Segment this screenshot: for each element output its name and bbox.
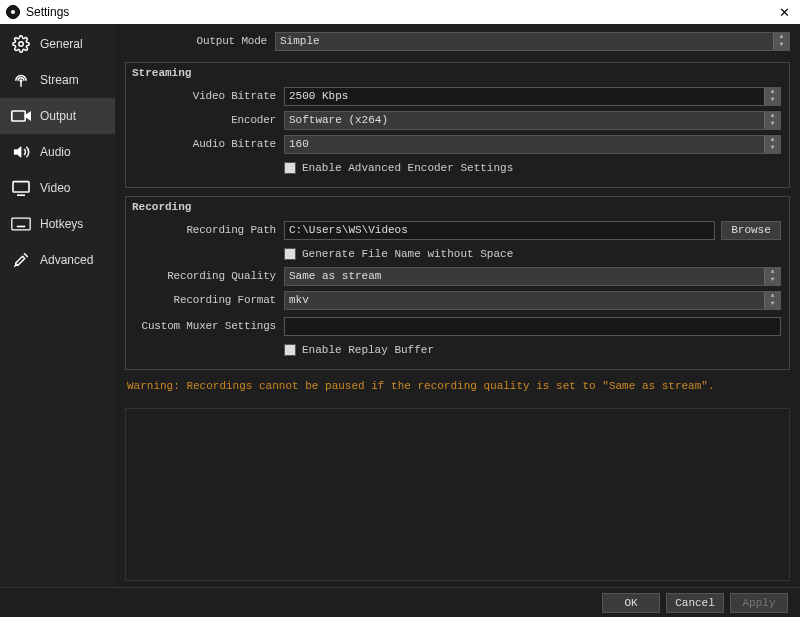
ok-button[interactable]: OK <box>602 593 660 613</box>
recording-quality-label: Recording Quality <box>134 270 284 282</box>
custom-muxer-label: Custom Muxer Settings <box>134 320 284 332</box>
browse-button[interactable]: Browse <box>721 221 781 240</box>
titlebar: Settings ✕ <box>0 0 800 24</box>
footer: OK Cancel Apply <box>0 587 800 617</box>
chevron-updown-icon: ▲▼ <box>764 292 780 309</box>
filename-nospace-checkbox[interactable] <box>284 248 296 260</box>
sidebar-item-label: Output <box>40 109 76 123</box>
advanced-encoder-checkbox[interactable] <box>284 162 296 174</box>
sidebar-item-label: Stream <box>40 73 79 87</box>
sidebar-item-output[interactable]: Output <box>0 98 115 134</box>
sidebar-item-label: Hotkeys <box>40 217 83 231</box>
recording-group: Recording Recording Path C:\Users\WS\Vid… <box>125 196 790 370</box>
encoder-select[interactable]: Software (x264)▲▼ <box>284 111 781 130</box>
chevron-updown-icon: ▲▼ <box>764 112 780 129</box>
svg-rect-4 <box>13 182 29 192</box>
recording-quality-select[interactable]: Same as stream▲▼ <box>284 267 781 286</box>
empty-pane <box>125 408 790 581</box>
speaker-icon <box>10 143 32 161</box>
chevron-updown-icon: ▲▼ <box>764 268 780 285</box>
encoder-label: Encoder <box>134 114 284 126</box>
sidebar-item-general[interactable]: General <box>0 26 115 62</box>
video-bitrate-input[interactable]: 2500 Kbps▲▼ <box>284 87 781 106</box>
sidebar-item-stream[interactable]: Stream <box>0 62 115 98</box>
sidebar-item-hotkeys[interactable]: Hotkeys <box>0 206 115 242</box>
output-mode-select[interactable]: Simple ▲▼ <box>275 32 790 51</box>
output-mode-label: Output Mode <box>125 35 275 47</box>
output-icon <box>10 107 32 125</box>
apply-button[interactable]: Apply <box>730 593 788 613</box>
app-icon <box>6 5 20 19</box>
sidebar-item-audio[interactable]: Audio <box>0 134 115 170</box>
sidebar-item-label: Advanced <box>40 253 93 267</box>
filename-nospace-label: Generate File Name without Space <box>302 248 513 260</box>
recording-format-label: Recording Format <box>134 294 284 306</box>
svg-rect-6 <box>12 218 30 230</box>
recording-legend: Recording <box>132 201 191 213</box>
recording-path-label: Recording Path <box>134 224 284 236</box>
recording-format-select[interactable]: mkv▲▼ <box>284 291 781 310</box>
output-mode-value: Simple <box>280 35 320 47</box>
recording-path-input[interactable]: C:\Users\WS\Videos <box>284 221 715 240</box>
stepper-icon: ▲▼ <box>764 88 780 105</box>
replay-buffer-checkbox[interactable] <box>284 344 296 356</box>
monitor-icon <box>10 179 32 197</box>
warning-text: Warning: Recordings cannot be paused if … <box>125 370 790 402</box>
audio-bitrate-label: Audio Bitrate <box>134 138 284 150</box>
sidebar-item-label: Audio <box>40 145 71 159</box>
sidebar: General Stream Output Audio Video Hotkey… <box>0 24 115 587</box>
chevron-updown-icon: ▲▼ <box>764 136 780 153</box>
video-bitrate-label: Video Bitrate <box>134 90 284 102</box>
keyboard-icon <box>10 215 32 233</box>
audio-bitrate-select[interactable]: 160▲▼ <box>284 135 781 154</box>
close-button[interactable]: ✕ <box>774 5 794 20</box>
antenna-icon <box>10 71 32 89</box>
window-title: Settings <box>26 5 774 19</box>
content: Output Mode Simple ▲▼ Streaming Video Bi… <box>115 24 800 587</box>
gear-icon <box>10 35 32 53</box>
cancel-button[interactable]: Cancel <box>666 593 724 613</box>
sidebar-item-label: General <box>40 37 83 51</box>
svg-point-0 <box>19 42 24 47</box>
advanced-encoder-label: Enable Advanced Encoder Settings <box>302 162 513 174</box>
streaming-legend: Streaming <box>132 67 191 79</box>
chevron-updown-icon: ▲▼ <box>773 33 789 50</box>
sidebar-item-video[interactable]: Video <box>0 170 115 206</box>
svg-rect-3 <box>12 111 25 121</box>
sidebar-item-advanced[interactable]: Advanced <box>0 242 115 278</box>
replay-buffer-label: Enable Replay Buffer <box>302 344 434 356</box>
sidebar-item-label: Video <box>40 181 70 195</box>
custom-muxer-input[interactable] <box>284 317 781 336</box>
tools-icon <box>10 251 32 269</box>
streaming-group: Streaming Video Bitrate 2500 Kbps▲▼ Enco… <box>125 62 790 188</box>
